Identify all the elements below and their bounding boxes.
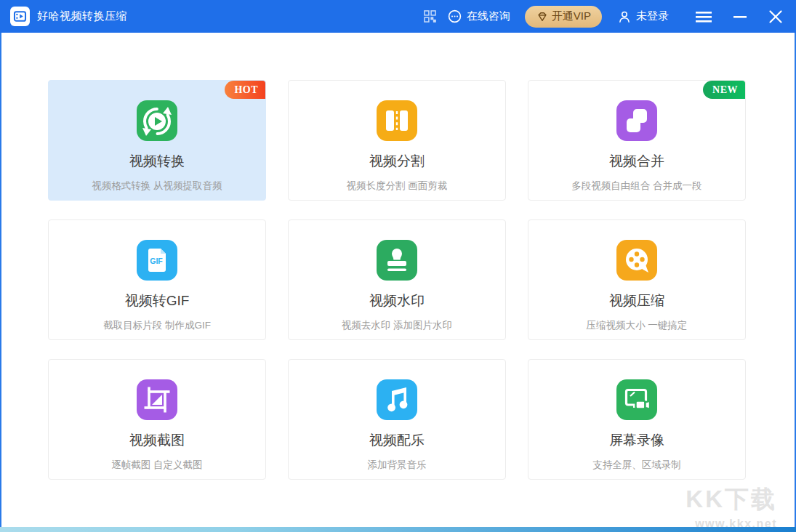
close-button[interactable] (760, 7, 784, 27)
window-bottom-accent (0, 527, 796, 532)
card-screen-record[interactable]: 屏幕录像支持全屏、区域录制 (528, 359, 746, 480)
card-video-compress[interactable]: 视频压缩压缩视频大小 一键搞定 (528, 219, 746, 340)
card-title: 视频配乐 (369, 431, 425, 450)
card-title: 视频截图 (129, 431, 185, 450)
card-video-to-gif[interactable]: GIF视频转GIF截取目标片段 制作成GIF (48, 219, 266, 340)
online-consult-button[interactable]: 在线咨询 (448, 9, 510, 23)
card-title: 视频压缩 (609, 291, 664, 310)
card-subtitle: 截取目标片段 制作成GIF (103, 319, 211, 332)
open-vip-label: 开通VIP (552, 9, 591, 23)
card-title: 屏幕录像 (609, 431, 664, 450)
video-gif-icon: GIF (137, 240, 177, 281)
app-title: 好哈视频转换压缩 (37, 9, 127, 23)
vip-gem-icon (536, 10, 549, 23)
card-subtitle: 添加背景音乐 (368, 459, 427, 472)
card-subtitle: 多段视频自由组合 合并成一段 (571, 180, 701, 193)
card-video-watermark[interactable]: 视频水印视频去水印 添加图片水印 (288, 219, 506, 340)
titlebar: 好哈视频转换压缩 在线咨询 (0, 0, 796, 33)
card-video-music[interactable]: 视频配乐添加背景音乐 (288, 359, 506, 480)
card-title: 视频转换 (129, 152, 185, 171)
card-title: 视频合并 (609, 152, 664, 171)
video-convert-icon (137, 100, 177, 141)
video-split-icon (377, 100, 417, 141)
site-watermark: KK下载 www.kkx.net (686, 483, 777, 531)
card-video-merge[interactable]: NEW 视频合并多段视频自由组合 合并成一段 (528, 80, 746, 201)
new-badge: NEW (703, 81, 745, 99)
svg-text:GIF: GIF (150, 257, 163, 265)
login-status-label: 未登录 (636, 9, 669, 23)
menu-button[interactable] (688, 8, 720, 25)
user-icon (618, 10, 631, 23)
card-subtitle: 视频去水印 添加图片水印 (342, 319, 452, 332)
screen-record-icon (616, 379, 657, 420)
login-button[interactable]: 未登录 (618, 9, 669, 23)
card-video-convert[interactable]: HOT 视频转换视频格式转换 从视频提取音频 (48, 80, 266, 201)
card-title: 视频水印 (369, 291, 425, 310)
card-subtitle: 压缩视频大小 一键搞定 (587, 319, 688, 332)
app-logo-icon (10, 7, 30, 26)
card-subtitle: 逐帧截图 自定义截图 (111, 459, 202, 472)
open-vip-button[interactable]: 开通VIP (525, 6, 602, 28)
video-compress-icon (616, 240, 657, 281)
online-consult-label: 在线咨询 (467, 9, 510, 23)
card-title: 视频分割 (369, 152, 425, 171)
card-subtitle: 支持全屏、区域录制 (592, 459, 681, 472)
card-subtitle: 视频格式转换 从视频提取音频 (92, 180, 222, 193)
minimize-button[interactable] (725, 8, 755, 25)
video-watermark-icon (377, 240, 417, 281)
card-video-split[interactable]: 视频分割视频长度分割 画面剪裁 (288, 80, 506, 201)
card-subtitle: 视频长度分割 画面剪裁 (347, 180, 448, 193)
card-title: 视频转GIF (125, 291, 190, 310)
chat-icon (448, 9, 462, 23)
video-music-icon (377, 379, 417, 420)
watermark-logo: KK下载 (686, 483, 777, 516)
window-left-border (0, 33, 1, 532)
feature-grid: HOT 视频转换视频格式转换 从视频提取音频 视频分割视频长度分割 画面剪裁NE… (48, 80, 746, 480)
video-merge-icon (616, 100, 657, 141)
card-video-snapshot[interactable]: 视频截图逐帧截图 自定义截图 (48, 359, 266, 480)
video-snapshot-icon (137, 379, 177, 420)
qr-code-icon[interactable] (424, 10, 436, 23)
hot-badge: HOT (225, 81, 265, 99)
